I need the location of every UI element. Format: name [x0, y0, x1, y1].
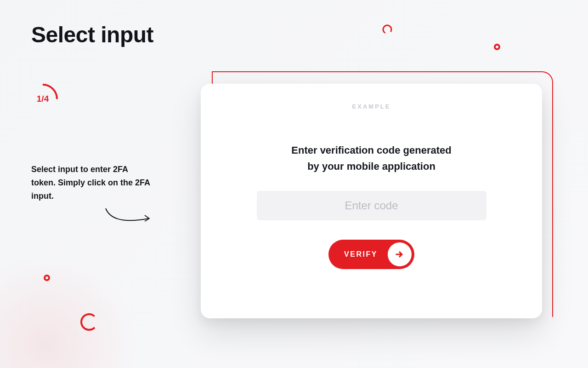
- verification-heading-line1: Enter verification code generated: [291, 144, 451, 156]
- verification-heading-line2: by your mobile application: [307, 161, 435, 172]
- page-title: Select input: [31, 22, 153, 47]
- background-gradient: [0, 253, 138, 368]
- example-badge: EXAMPLE: [352, 103, 391, 110]
- decorative-dot-icon: [494, 44, 500, 50]
- arrow-right-icon: [396, 250, 404, 259]
- step-label: 1/4: [37, 94, 49, 104]
- example-card: EXAMPLE Enter verification code generate…: [201, 84, 542, 318]
- svg-point-2: [79, 312, 99, 332]
- verify-button-label: VERIFY: [344, 250, 378, 259]
- decorative-dot-icon: [44, 275, 50, 281]
- arrow-curve-icon: [103, 206, 154, 229]
- code-input[interactable]: [257, 191, 486, 220]
- verify-button-circle: [388, 242, 412, 266]
- svg-point-1: [382, 24, 393, 35]
- step-indicator: 1/4: [27, 83, 59, 115]
- decorative-arc-icon: [382, 24, 393, 35]
- verify-button[interactable]: VERIFY: [328, 240, 414, 269]
- decorative-arc-icon: [79, 312, 99, 332]
- verification-heading: Enter verification code generated by you…: [291, 142, 451, 174]
- instruction-text: Select input to enter 2FA token. Simply …: [31, 163, 151, 202]
